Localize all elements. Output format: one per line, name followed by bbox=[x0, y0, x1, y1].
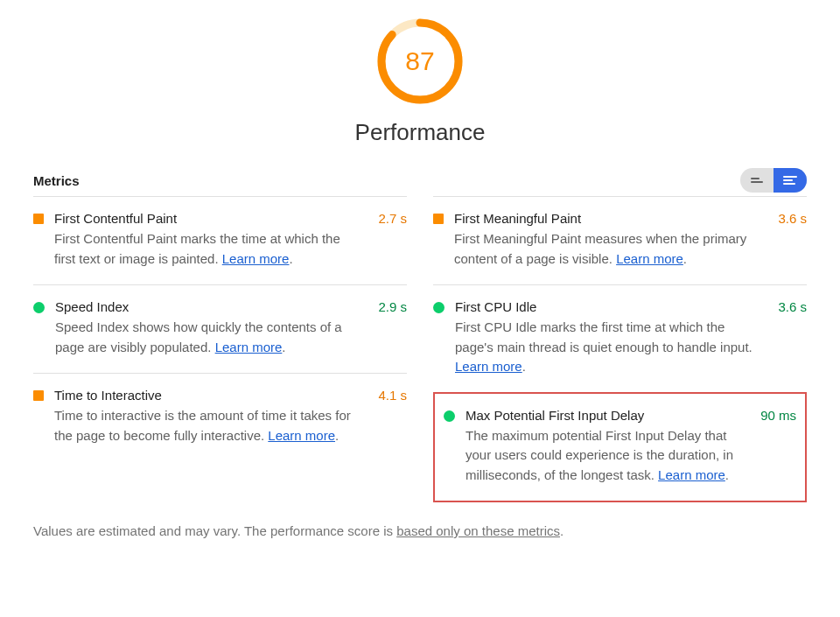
metric-name: First Meaningful Paint bbox=[454, 211, 764, 226]
learn-more-link[interactable]: Learn more bbox=[268, 428, 335, 443]
pass-marker-icon bbox=[444, 410, 455, 422]
metrics-heading: Metrics bbox=[33, 173, 80, 188]
metric-card: First Contentful PaintFirst Contentful P… bbox=[33, 196, 407, 284]
metrics-column: First Meaningful PaintFirst Meaningful P… bbox=[433, 196, 807, 502]
expanded-icon bbox=[783, 174, 797, 186]
metric-description: First Contentful Paint marks the time at… bbox=[54, 229, 364, 269]
metric-body: First Contentful PaintFirst Contentful P… bbox=[54, 211, 373, 269]
metric-value: 90 ms bbox=[760, 408, 796, 423]
metric-value: 2.9 s bbox=[378, 299, 407, 314]
metric-value: 4.1 s bbox=[378, 388, 407, 403]
footnote-suffix: . bbox=[560, 523, 564, 538]
metric-description-text: First Contentful Paint marks the time at… bbox=[54, 231, 340, 266]
metric-description-text: Speed Index shows how quickly the conten… bbox=[55, 319, 342, 354]
metric-description: Time to interactive is the amount of tim… bbox=[54, 406, 364, 445]
compact-icon bbox=[751, 176, 763, 185]
metric-value: 2.7 s bbox=[378, 211, 407, 226]
learn-more-link[interactable]: Learn more bbox=[455, 359, 522, 374]
metric-name: Time to Interactive bbox=[54, 388, 364, 403]
metric-card: Speed IndexSpeed Index shows how quickly… bbox=[33, 284, 407, 373]
warning-marker-icon bbox=[33, 390, 44, 401]
warning-marker-icon bbox=[433, 214, 444, 224]
metric-body: First Meaningful PaintFirst Meaningful P… bbox=[454, 211, 773, 269]
metric-card: First Meaningful PaintFirst Meaningful P… bbox=[433, 196, 807, 284]
metric-name: First CPU Idle bbox=[455, 299, 764, 314]
metric-description-text: First CPU Idle marks the first time at w… bbox=[455, 319, 752, 354]
metric-body: Time to InteractiveTime to interactive i… bbox=[54, 388, 373, 445]
view-toggle bbox=[740, 168, 807, 193]
view-expanded-button[interactable] bbox=[774, 168, 807, 193]
warning-marker-icon bbox=[33, 214, 44, 224]
metric-description: First Meaningful Paint measures when the… bbox=[454, 229, 764, 269]
pass-marker-icon bbox=[33, 302, 45, 313]
page-title: Performance bbox=[33, 119, 807, 146]
metric-description: The maximum potential First Input Delay … bbox=[466, 426, 746, 486]
metric-description: Speed Index shows how quickly the conten… bbox=[55, 318, 364, 357]
metric-value: 3.6 s bbox=[778, 299, 807, 314]
metric-description-text: First Meaningful Paint measures when the… bbox=[454, 231, 746, 266]
learn-more-link[interactable]: Learn more bbox=[215, 340, 283, 354]
score-gauge-area: 87 Performance bbox=[33, 18, 807, 146]
footnote-link[interactable]: based only on these metrics bbox=[396, 523, 560, 538]
metric-description: First CPU Idle marks the first time at w… bbox=[455, 318, 764, 377]
metric-body: First CPU IdleFirst CPU Idle marks the f… bbox=[455, 299, 773, 377]
metric-name: Max Potential First Input Delay bbox=[466, 408, 746, 423]
metric-name: Speed Index bbox=[55, 299, 364, 314]
score-gauge: 87 bbox=[376, 18, 464, 105]
score-value: 87 bbox=[376, 18, 464, 105]
view-compact-button[interactable] bbox=[740, 168, 774, 193]
pass-marker-icon bbox=[433, 302, 444, 313]
learn-more-link[interactable]: Learn more bbox=[616, 251, 683, 266]
learn-more-link[interactable]: Learn more bbox=[658, 467, 725, 482]
metric-card: Time to InteractiveTime to interactive i… bbox=[33, 373, 407, 461]
metric-body: Max Potential First Input DelayThe maxim… bbox=[466, 408, 755, 486]
metric-card: Max Potential First Input DelayThe maxim… bbox=[433, 392, 807, 503]
learn-more-link[interactable]: Learn more bbox=[222, 251, 290, 266]
metrics-column: First Contentful PaintFirst Contentful P… bbox=[33, 196, 407, 502]
metric-value: 3.6 s bbox=[778, 211, 807, 226]
metric-name: First Contentful Paint bbox=[54, 211, 364, 226]
footnote-text: Values are estimated and may vary. The p… bbox=[33, 523, 396, 538]
footnote: Values are estimated and may vary. The p… bbox=[33, 523, 807, 538]
metric-card: First CPU IdleFirst CPU Idle marks the f… bbox=[433, 284, 807, 393]
metric-body: Speed IndexSpeed Index shows how quickly… bbox=[55, 299, 373, 357]
